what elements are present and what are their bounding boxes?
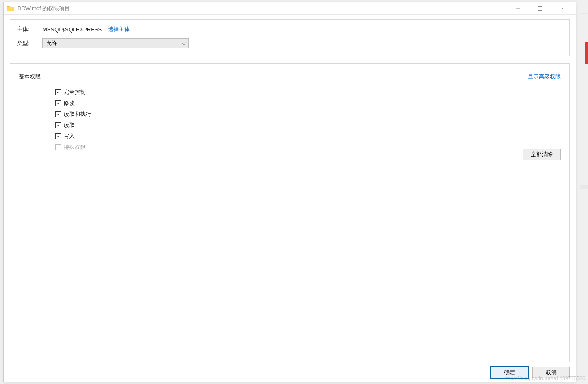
background-stripe <box>585 42 588 64</box>
checkbox-icon: ✓ <box>55 122 61 128</box>
perm-label: 读取 <box>64 121 75 129</box>
type-row: 类型: 允许 <box>17 38 563 48</box>
perm-full-control[interactable]: ✓ 完全控制 <box>55 88 561 96</box>
checkbox-icon: ✓ <box>55 89 61 95</box>
select-principal-link[interactable]: 选择主体 <box>108 25 130 33</box>
perm-modify[interactable]: ✓ 修改 <box>55 99 561 107</box>
clear-all-wrap: 全部清除 <box>523 149 561 160</box>
permission-entry-window: DDW.mdf 的权限项目 主体: MSSQL$SQLEXPRESS 选择主体 … <box>3 2 576 382</box>
show-advanced-permissions-link[interactable]: 显示高级权限 <box>528 73 561 81</box>
perm-label: 修改 <box>64 99 75 107</box>
perm-special: 特殊权限 <box>55 143 561 151</box>
permissions-header: 基本权限: 显示高级权限 <box>19 73 561 81</box>
perm-read-execute[interactable]: ✓ 读取和执行 <box>55 110 561 118</box>
principal-panel: 主体: MSSQL$SQLEXPRESS 选择主体 类型: 允许 <box>10 19 570 56</box>
minimize-button[interactable] <box>512 4 524 13</box>
basic-permissions-label: 基本权限: <box>19 73 42 81</box>
perm-label: 完全控制 <box>64 88 86 96</box>
principal-row: 主体: MSSQL$SQLEXPRESS 选择主体 <box>17 25 563 33</box>
maximize-button[interactable] <box>534 4 546 13</box>
type-label: 类型: <box>17 39 42 47</box>
perm-label: 读取和执行 <box>64 110 91 118</box>
window-title: DDW.mdf 的权限项目 <box>17 5 70 12</box>
principal-label: 主体: <box>17 25 42 33</box>
svg-rect-1 <box>538 6 542 10</box>
type-select[interactable]: 允许 <box>42 38 189 48</box>
permissions-list: ✓ 完全控制 ✓ 修改 ✓ 读取和执行 ✓ 读取 ✓ 写入 <box>55 88 561 151</box>
perm-label: 特殊权限 <box>64 143 86 151</box>
perm-label: 写入 <box>64 132 75 140</box>
checkbox-icon: ✓ <box>55 111 61 117</box>
titlebar: DDW.mdf 的权限项目 <box>4 2 576 15</box>
close-button[interactable] <box>556 4 568 13</box>
window-controls <box>512 4 572 13</box>
background-slivers <box>579 13 588 382</box>
dialog-footer: 确定 取消 <box>4 362 576 382</box>
checkbox-icon <box>55 144 61 150</box>
checkbox-icon: ✓ <box>55 100 61 106</box>
window-body: 主体: MSSQL$SQLEXPRESS 选择主体 类型: 允许 基本权限: 显… <box>4 15 576 362</box>
clear-all-button[interactable]: 全部清除 <box>523 149 561 160</box>
folder-icon <box>7 6 14 11</box>
perm-write[interactable]: ✓ 写入 <box>55 132 561 140</box>
permissions-panel: 基本权限: 显示高级权限 ✓ 完全控制 ✓ 修改 ✓ 读取和执行 ✓ <box>10 63 570 362</box>
perm-read[interactable]: ✓ 读取 <box>55 121 561 129</box>
watermark: https://blog.csdn.net/a1439775520 <box>504 376 585 381</box>
checkbox-icon: ✓ <box>55 133 61 139</box>
type-select-value: 允许 <box>46 39 57 47</box>
chevron-down-icon <box>182 40 186 47</box>
principal-name: MSSQL$SQLEXPRESS <box>42 26 102 33</box>
